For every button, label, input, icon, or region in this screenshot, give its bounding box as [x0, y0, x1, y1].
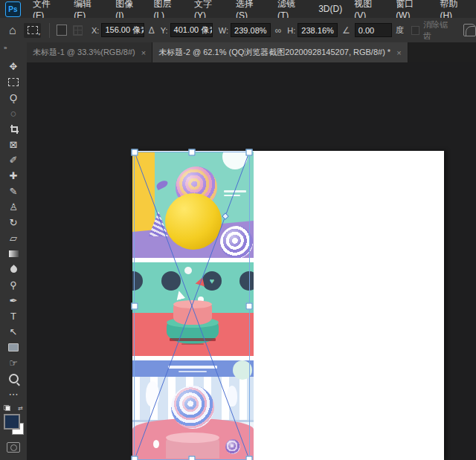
angle-icon: ∠ — [342, 25, 350, 36]
ps-logo-icon: Ps — [5, 1, 21, 17]
transform-handle-mid-left[interactable] — [132, 302, 138, 309]
dodge-tool[interactable]: ⚲ — [3, 277, 24, 293]
reference-point-toggle[interactable] — [57, 25, 67, 36]
crop-tool[interactable] — [3, 121, 24, 137]
anti-alias-checkbox[interactable] — [411, 26, 419, 35]
height-input[interactable]: 238.16% — [298, 23, 338, 37]
swap-colors-icon[interactable]: ⇄ — [18, 405, 23, 412]
menu-layer[interactable]: 图层(L) — [147, 0, 188, 18]
close-icon[interactable]: × — [141, 48, 146, 57]
menu-file[interactable]: 文件(F) — [27, 0, 68, 18]
frame-tool[interactable]: ⊠ — [3, 137, 24, 152]
edit-toolbar-button[interactable]: ⋯ — [3, 386, 24, 402]
transform-handle-top-right[interactable] — [246, 149, 253, 156]
transform-handle-bottom-right[interactable] — [246, 456, 253, 460]
y-input[interactable]: 401.00 像素 — [170, 23, 213, 37]
healing-brush-icon: ✚ — [10, 171, 18, 181]
tab-untitled-1[interactable]: 未标题-1 @ 33.3%(RGB/8#) × — [27, 42, 152, 62]
pen-icon: ✒ — [10, 296, 18, 305]
document-tab-bar: 未标题-1 @ 33.3%(RGB/8#) × 未标题-2 @ 62.1% (Q… — [27, 42, 476, 62]
x-label: X: — [91, 26, 99, 35]
tool-panel: » ✥ Ǫ ◌ ⊠ ✐ ✚ ✎ ♙ ↻ ▱ ⚲ ✒ T ↖ ☞ ⋯ — [0, 42, 28, 460]
transform-bounds-glyph — [28, 26, 38, 34]
lasso-icon: Ǫ — [10, 93, 17, 103]
menu-bar: Ps 文件(F) 编辑(E) 图像(I) 图层(L) 文字(Y) 选择(S) 滤… — [0, 0, 476, 18]
marquee-tool[interactable] — [3, 74, 24, 90]
move-icon: ✥ — [10, 62, 18, 71]
menu-view[interactable]: 视图(V) — [348, 0, 390, 18]
h-label: H: — [287, 26, 295, 35]
history-brush-icon: ↻ — [10, 218, 18, 227]
foreground-color-swatch[interactable] — [4, 414, 20, 430]
menu-filter[interactable]: 滤镜(T) — [271, 0, 312, 18]
transform-handle-bottom-center[interactable] — [189, 456, 196, 460]
tab-label: 未标题-1 @ 33.3%(RGB/8#) — [33, 47, 135, 58]
clone-stamp-tool[interactable]: ♙ — [3, 199, 24, 215]
relative-position-icon[interactable]: Δ — [149, 25, 155, 36]
marquee-icon — [8, 78, 19, 86]
chevron-down-icon: ▾ — [38, 31, 40, 36]
path-select-tool[interactable]: ↖ — [3, 324, 24, 340]
path-select-icon: ↖ — [10, 327, 18, 337]
transform-handle-top-left[interactable] — [132, 149, 138, 156]
eyedropper-tool[interactable]: ✐ — [3, 152, 24, 168]
close-icon[interactable]: × — [396, 48, 401, 57]
warp-mode-icon[interactable] — [463, 24, 476, 36]
menu-type[interactable]: 文字(Y) — [188, 0, 230, 18]
color-mini-controls: ⇄ — [4, 405, 23, 412]
tab-bar-empty — [408, 42, 476, 62]
menu-image[interactable]: 图像(I) — [109, 0, 147, 18]
eraser-icon: ▱ — [10, 233, 17, 243]
link-dimensions-icon[interactable]: ∞ — [275, 25, 282, 36]
quick-selection-tool[interactable]: ◌ — [3, 106, 24, 121]
transform-handle-top-center[interactable] — [189, 149, 196, 156]
clone-stamp-icon: ♙ — [9, 202, 18, 212]
tab-label: 未标题-2 @ 62.1% (QQ浏览器截图20200928145207, RG… — [158, 47, 390, 58]
ellipsis-icon: ⋯ — [9, 389, 19, 399]
menu-window[interactable]: 窗口(W) — [390, 0, 434, 18]
hand-tool[interactable]: ☞ — [3, 355, 24, 371]
default-colors-icon[interactable] — [4, 405, 10, 411]
menu-edit[interactable]: 编辑(E) — [68, 0, 109, 18]
zoom-icon — [9, 374, 19, 383]
photoshop-window: Ps 文件(F) 编辑(E) 图像(I) 图层(L) 文字(Y) 选择(S) 滤… — [0, 0, 476, 460]
menu-help[interactable]: 帮助(H) — [434, 0, 476, 18]
canvas-area[interactable]: ♥ — [27, 62, 476, 460]
menu-select[interactable]: 选择(S) — [230, 0, 271, 18]
width-input[interactable]: 239.08% — [231, 23, 271, 37]
history-brush-tool[interactable]: ↻ — [3, 215, 24, 230]
free-transform-box[interactable] — [134, 152, 250, 460]
eraser-tool[interactable]: ▱ — [3, 230, 24, 246]
gradient-icon — [9, 250, 19, 257]
menu-3d[interactable]: 3D(D) — [312, 0, 348, 18]
gradient-tool[interactable] — [3, 246, 24, 262]
brush-icon: ✎ — [10, 187, 18, 196]
angle-input[interactable]: 0.00 — [355, 23, 392, 37]
quick-mask-icon[interactable] — [7, 442, 20, 453]
move-tool[interactable]: ✥ — [3, 59, 24, 74]
transform-handle-mid-right[interactable] — [246, 302, 253, 309]
blur-drop-icon — [9, 265, 19, 274]
tab-untitled-2[interactable]: 未标题-2 @ 62.1% (QQ浏览器截图20200928145207, RG… — [152, 42, 408, 62]
shape-rect-icon — [8, 343, 19, 352]
collapse-panel-icon[interactable]: » — [0, 42, 27, 54]
anti-alias-label: 消除锯齿 — [423, 19, 453, 42]
tool-list: ✥ Ǫ ◌ ⊠ ✐ ✚ ✎ ♙ ↻ ▱ ⚲ ✒ T ↖ ☞ ⋯ — [3, 59, 24, 402]
home-icon[interactable]: ⌂ — [9, 24, 16, 37]
pen-tool[interactable]: ✒ — [3, 293, 24, 308]
transform-handle-bottom-left[interactable] — [132, 456, 138, 460]
y-label: Y: — [161, 26, 168, 35]
type-tool[interactable]: T — [3, 308, 24, 324]
reference-point-grid-icon[interactable] — [73, 25, 83, 36]
angle-unit-label: 度 — [396, 25, 404, 36]
zoom-tool[interactable] — [3, 371, 24, 386]
quick-selection-icon: ◌ — [10, 108, 16, 118]
blur-tool[interactable] — [3, 262, 24, 277]
brush-tool[interactable]: ✎ — [3, 184, 24, 199]
transform-tool-icon[interactable]: ▾ — [24, 23, 42, 38]
x-input[interactable]: 156.00 像素 — [101, 23, 144, 37]
lasso-tool[interactable]: Ǫ — [3, 90, 24, 106]
healing-brush-tool[interactable]: ✚ — [3, 168, 24, 184]
color-widget: ⇄ — [2, 405, 25, 438]
shape-tool[interactable] — [3, 340, 24, 355]
